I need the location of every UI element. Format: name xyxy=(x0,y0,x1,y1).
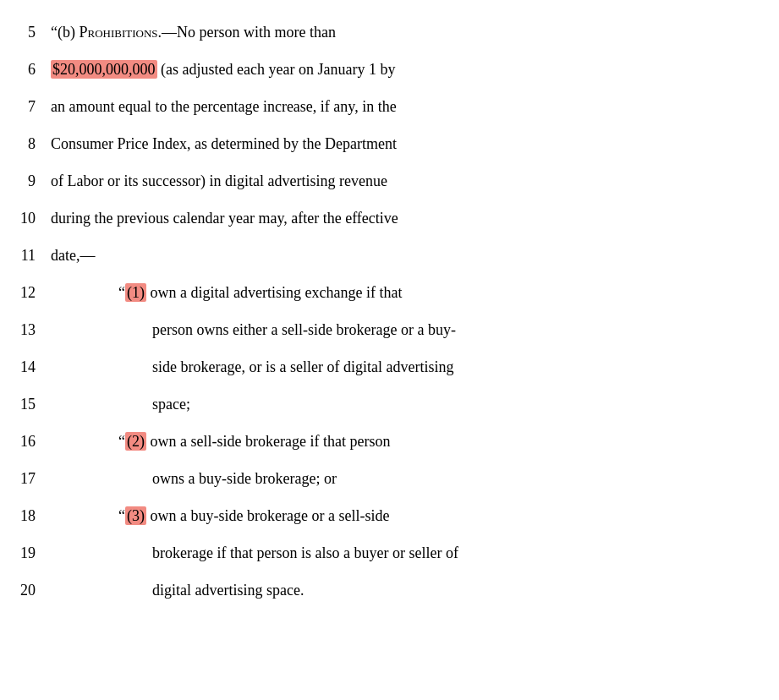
line-11: 11 date,— xyxy=(0,240,779,277)
line-6: 6 $20,000,000,000 (as adjusted each year… xyxy=(0,54,779,91)
line-number-9: 9 xyxy=(0,172,51,190)
line-content-5: “(b) Prohibitions.—No person with more t… xyxy=(51,20,779,45)
line-content-17: owns a buy-side brokerage; or xyxy=(51,467,779,491)
line-14: 14 side brokerage, or is a seller of dig… xyxy=(0,352,779,389)
line-15: 15 space; xyxy=(0,389,779,426)
line-number-18: 18 xyxy=(0,507,51,525)
line-number-15: 15 xyxy=(0,396,51,413)
line-number-11: 11 xyxy=(0,247,51,265)
line-number-16: 16 xyxy=(0,433,51,451)
line-number-20: 20 xyxy=(0,582,51,599)
line-number-6: 6 xyxy=(0,61,51,79)
line-content-15: space; xyxy=(51,392,779,417)
line-content-6: $20,000,000,000 (as adjusted each year o… xyxy=(51,57,779,82)
line-number-10: 10 xyxy=(0,210,51,227)
highlight-item-1: (1) xyxy=(125,283,146,302)
highlight-item-3: (3) xyxy=(125,506,146,525)
line-number-12: 12 xyxy=(0,284,51,302)
line-number-17: 17 xyxy=(0,470,51,488)
line-9: 9 of Labor or its successor) in digital … xyxy=(0,166,779,203)
line-12: 12 “(1) own a digital advertising exchan… xyxy=(0,277,779,314)
line-number-13: 13 xyxy=(0,321,51,339)
line-content-18: “(3) own a buy-side brokerage or a sell-… xyxy=(51,504,779,528)
line-number-14: 14 xyxy=(0,358,51,376)
line-content-16: “(2) own a sell-side brokerage if that p… xyxy=(51,429,779,454)
line-16: 16 “(2) own a sell-side brokerage if tha… xyxy=(0,426,779,463)
line-content-19: brokerage if that person is also a buyer… xyxy=(51,541,779,566)
line-content-14: side brokerage, or is a seller of digita… xyxy=(51,355,779,380)
line-content-20: digital advertising space. xyxy=(51,578,779,603)
line-content-11: date,— xyxy=(51,243,779,268)
line-number-7: 7 xyxy=(0,98,51,116)
line-content-8: Consumer Price Index, as determined by t… xyxy=(51,132,779,156)
highlight-item-2: (2) xyxy=(125,432,146,451)
line-19: 19 brokerage if that person is also a bu… xyxy=(0,538,779,575)
line-5: 5 “(b) Prohibitions.—No person with more… xyxy=(0,17,779,54)
line-number-8: 8 xyxy=(0,135,51,153)
line-13: 13 person owns either a sell-side broker… xyxy=(0,314,779,352)
line-content-12: “(1) own a digital advertising exchange … xyxy=(51,281,779,305)
line-number-19: 19 xyxy=(0,544,51,562)
line-content-9: of Labor or its successor) in digital ad… xyxy=(51,169,779,194)
line-17: 17 owns a buy-side brokerage; or xyxy=(0,463,779,500)
line-10: 10 during the previous calendar year may… xyxy=(0,203,779,240)
highlight-amount: $20,000,000,000 xyxy=(51,60,157,79)
line-content-10: during the previous calendar year may, a… xyxy=(51,206,779,231)
line-content-13: person owns either a sell-side brokerage… xyxy=(51,318,779,342)
line-18: 18 “(3) own a buy-side brokerage or a se… xyxy=(0,500,779,538)
line-8: 8 Consumer Price Index, as determined by… xyxy=(0,129,779,166)
line-content-7: an amount equal to the percentage increa… xyxy=(51,95,779,119)
document-lines: 5 “(b) Prohibitions.—No person with more… xyxy=(0,17,779,612)
line-number-5: 5 xyxy=(0,24,51,41)
line-20: 20 digital advertising space. xyxy=(0,575,779,612)
line-7: 7 an amount equal to the percentage incr… xyxy=(0,91,779,129)
